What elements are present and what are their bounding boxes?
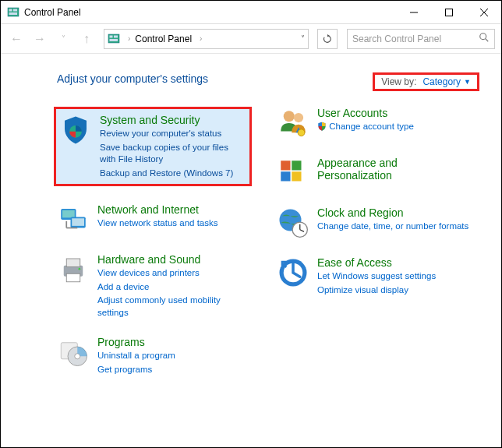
view-by-label: View by: (381, 76, 416, 87)
svg-point-29 (294, 113, 303, 122)
category-title[interactable]: Clock and Region (317, 206, 468, 219)
chevron-down-icon[interactable]: ˅ (301, 34, 305, 43)
history-dropdown[interactable]: ˅ (54, 30, 72, 48)
svg-rect-33 (281, 171, 290, 181)
category-system-security[interactable]: System and Security Review your computer… (54, 107, 252, 186)
svg-point-27 (75, 354, 80, 359)
shield-small-icon (317, 122, 327, 131)
category-title[interactable]: User Accounts (317, 107, 414, 119)
right-column: User Accounts Change account type (277, 107, 472, 376)
svg-rect-34 (292, 171, 301, 181)
svg-rect-18 (72, 218, 84, 226)
up-button[interactable]: ↑ (77, 30, 96, 48)
printer-icon (57, 253, 90, 286)
search-icon[interactable] (479, 32, 490, 45)
address-path: Control Panel (135, 34, 192, 44)
svg-rect-31 (281, 161, 290, 170)
category-appearance[interactable]: Appearance and Personalization (277, 157, 472, 189)
svg-rect-16 (62, 210, 75, 218)
category-hardware-sound[interactable]: Hardware and Sound View devices and prin… (57, 253, 252, 319)
svg-rect-1 (9, 9, 12, 11)
svg-rect-32 (292, 161, 301, 170)
svg-rect-22 (66, 259, 80, 267)
category-title[interactable]: Appearance and Personalization (317, 157, 472, 182)
titlebar-left: Control Panel (7, 6, 81, 19)
personalization-icon (277, 157, 309, 189)
page-heading: Adjust your computer's settings (57, 72, 208, 85)
toolbar: ← → ˅ ↑ › Control Panel › ˅ (1, 24, 501, 54)
svg-point-30 (298, 129, 305, 136)
category-link[interactable]: Add a device (97, 281, 252, 294)
category-link[interactable]: Get programs (97, 364, 175, 376)
category-network-internet[interactable]: Network and Internet View network status… (57, 203, 252, 236)
category-title[interactable]: Programs (97, 336, 175, 348)
category-link[interactable]: Review your computer's status (100, 128, 243, 140)
ease-of-access-icon (277, 256, 309, 289)
category-link[interactable]: Adjust commonly used mobility settings (97, 295, 252, 319)
left-column: System and Security Review your computer… (57, 107, 252, 376)
svg-point-24 (79, 268, 81, 270)
svg-rect-9 (110, 35, 113, 37)
category-programs[interactable]: Programs Uninstall a program Get program… (57, 336, 252, 376)
category-clock-region[interactable]: Clock and Region Change date, time, or n… (277, 206, 472, 239)
window-controls (396, 1, 501, 24)
svg-rect-10 (114, 35, 118, 37)
category-title[interactable]: Network and Internet (97, 203, 217, 216)
users-icon (277, 107, 309, 139)
content-area: Adjust your computer's settings View by:… (1, 54, 501, 391)
category-link[interactable]: Change date, time, or number formats (317, 220, 468, 233)
control-panel-icon (108, 33, 120, 45)
svg-rect-5 (445, 9, 452, 16)
category-title[interactable]: Ease of Access (317, 256, 436, 269)
view-by-value[interactable]: Category ▼ (422, 76, 471, 87)
category-title[interactable]: Hardware and Sound (97, 253, 252, 266)
window-title: Control Panel (24, 7, 81, 18)
clock-globe-icon (277, 206, 309, 239)
svg-rect-3 (9, 12, 18, 15)
svg-rect-11 (110, 39, 118, 41)
chevron-down-icon: ▼ (464, 78, 471, 86)
maximize-button[interactable] (431, 1, 466, 24)
network-icon (57, 203, 90, 236)
category-link[interactable]: Let Windows suggest settings (317, 270, 436, 283)
category-link[interactable]: View devices and printers (97, 267, 252, 280)
forward-button[interactable]: → (30, 30, 49, 48)
svg-point-12 (480, 34, 486, 40)
search-box[interactable] (347, 29, 495, 49)
address-bar[interactable]: › Control Panel › ˅ (104, 29, 309, 49)
categories-grid: System and Security Review your computer… (57, 107, 479, 376)
chevron-icon: › (200, 34, 202, 43)
view-by-selector[interactable]: View by: Category ▼ (373, 72, 479, 91)
svg-line-13 (486, 39, 489, 42)
category-link[interactable]: Change account type (317, 121, 414, 133)
category-link[interactable]: Save backup copies of your files with Fi… (100, 142, 243, 166)
category-link[interactable]: Optimize visual display (317, 284, 436, 297)
svg-rect-2 (13, 9, 17, 11)
category-user-accounts[interactable]: User Accounts Change account type (277, 107, 472, 139)
category-link[interactable]: Backup and Restore (Windows 7) (100, 168, 243, 180)
chevron-icon: › (128, 34, 130, 43)
category-link[interactable]: Uninstall a program (97, 350, 175, 362)
control-panel-icon (7, 6, 19, 19)
svg-rect-23 (66, 273, 80, 282)
category-link[interactable]: View network status and tasks (97, 217, 217, 230)
back-button[interactable]: ← (7, 30, 26, 48)
shield-icon (59, 114, 92, 146)
titlebar: Control Panel (1, 1, 501, 24)
close-button[interactable] (466, 1, 501, 24)
disc-icon (57, 336, 90, 369)
svg-point-28 (284, 111, 295, 122)
category-ease-of-access[interactable]: Ease of Access Let Windows suggest setti… (277, 256, 472, 296)
minimize-button[interactable] (396, 1, 431, 24)
category-title[interactable]: System and Security (100, 114, 243, 126)
search-input[interactable] (352, 34, 479, 44)
refresh-button[interactable] (317, 29, 338, 49)
